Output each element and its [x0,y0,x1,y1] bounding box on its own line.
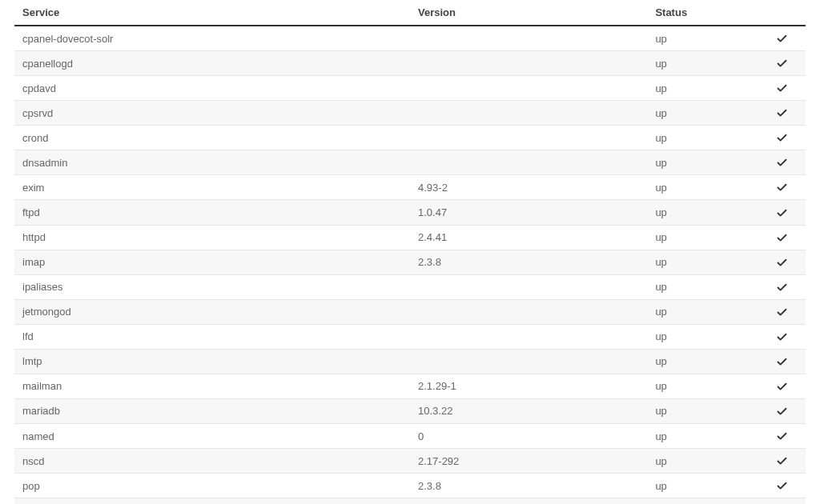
cell-status-icon [742,474,806,498]
table-header-row: Service Version Status [14,0,806,26]
cell-service: cpsrvd [14,101,410,126]
cell-status-icon [742,101,806,126]
cell-status: up [647,26,742,51]
check-icon [776,306,788,318]
table-row: dnsadminup [14,150,806,175]
table-row: jetmongodup [14,299,806,324]
check-icon [776,380,788,392]
table-row: crondup [14,126,806,150]
cell-service: mariadb [14,398,410,423]
check-icon [776,181,788,193]
check-icon [776,106,788,118]
table-row: imap2.3.8up [14,250,806,274]
cell-status-icon [742,449,806,474]
check-icon [776,231,788,243]
table-row: ftpd1.0.47up [14,200,806,225]
check-icon [776,57,788,69]
cell-status-icon [742,150,806,175]
table-row: cpanellogdup [14,51,806,76]
cell-status: up [647,449,742,474]
cell-status: up [647,250,742,274]
check-icon [776,131,788,143]
cell-status: up [647,76,742,101]
table-row: queueprocdup [14,498,806,504]
table-row: nscd2.17-292up [14,449,806,474]
cell-version [410,324,647,349]
table-row: exim4.93-2up [14,175,806,200]
cell-service: httpd [14,225,410,250]
cell-status-icon [742,274,806,299]
cell-version: 2.3.8 [410,250,647,274]
cell-version: 10.3.22 [410,398,647,423]
check-icon [776,281,788,293]
check-icon [776,156,788,168]
cell-status: up [647,175,742,200]
check-icon [776,454,788,466]
cell-service: queueprocd [14,498,410,504]
cell-status-icon [742,76,806,101]
cell-version [410,101,647,126]
table-row: cpsrvdup [14,101,806,126]
header-check [742,0,806,26]
cell-service: exim [14,175,410,200]
cell-service: lfd [14,324,410,349]
table-row: cpdavdup [14,76,806,101]
table-row: mailman2.1.29-1up [14,374,806,398]
cell-version [410,126,647,150]
cell-status-icon [742,175,806,200]
cell-version: 2.1.29-1 [410,374,647,398]
table-row: named0up [14,424,806,449]
check-icon [776,405,788,417]
cell-version [410,51,647,76]
check-icon [776,355,788,367]
cell-service: pop [14,474,410,498]
cell-status: up [647,349,742,374]
cell-version: 2.4.41 [410,225,647,250]
cell-status-icon [742,200,806,225]
cell-status: up [647,150,742,175]
check-icon [776,82,788,94]
cell-status: up [647,424,742,449]
check-icon [776,479,788,491]
cell-service: named [14,424,410,449]
cell-status-icon [742,299,806,324]
cell-service: jetmongod [14,299,410,324]
check-icon [776,330,788,342]
check-icon [776,32,788,44]
cell-status-icon [742,51,806,76]
cell-status-icon [742,374,806,398]
cell-status: up [647,474,742,498]
header-status: Status [647,0,742,26]
cell-status: up [647,299,742,324]
cell-status: up [647,101,742,126]
table-row: cpanel-dovecot-solrup [14,26,806,51]
cell-status-icon [742,498,806,504]
cell-version: 2.17-292 [410,449,647,474]
cell-status-icon [742,349,806,374]
cell-status: up [647,498,742,504]
cell-version [410,274,647,299]
cell-status-icon [742,324,806,349]
cell-status: up [647,398,742,423]
cell-service: ftpd [14,200,410,225]
check-icon [776,430,788,442]
cell-version: 4.93-2 [410,175,647,200]
cell-version [410,299,647,324]
cell-service: cpdavd [14,76,410,101]
cell-status: up [647,374,742,398]
cell-status: up [647,51,742,76]
cell-service: nscd [14,449,410,474]
table-row: lfdup [14,324,806,349]
check-icon [776,256,788,268]
cell-status-icon [742,250,806,274]
cell-service: mailman [14,374,410,398]
table-row: httpd2.4.41up [14,225,806,250]
cell-status-icon [742,126,806,150]
cell-service: lmtp [14,349,410,374]
cell-service: cpanel-dovecot-solr [14,26,410,51]
cell-status: up [647,274,742,299]
cell-version [410,76,647,101]
cell-service: crond [14,126,410,150]
cell-status: up [647,324,742,349]
table-row: mariadb10.3.22up [14,398,806,423]
